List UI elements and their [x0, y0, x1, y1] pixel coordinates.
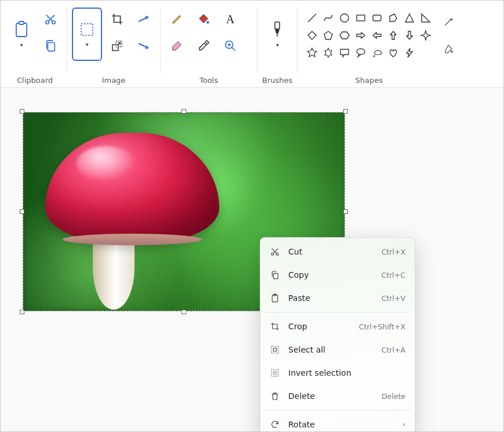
svg-rect-23	[271, 346, 278, 353]
select-all-icon	[270, 345, 280, 354]
group-label-brushes: Brushes	[262, 72, 292, 86]
menu-label: Crop	[288, 322, 307, 331]
svg-point-17	[451, 50, 453, 53]
group-shapes: Shapes	[300, 8, 438, 86]
menu-select-all[interactable]: Select all Ctrl+A	[263, 338, 412, 361]
svg-rect-26	[273, 371, 277, 375]
resize-handle-bm[interactable]	[182, 310, 186, 314]
svg-rect-0	[16, 23, 27, 37]
shape-callout-oval[interactable]	[353, 45, 368, 61]
eraser-tool[interactable]	[165, 34, 188, 57]
resize-handle-tl[interactable]	[20, 109, 24, 114]
group-tools: A Tools	[163, 8, 255, 86]
shape-right-triangle[interactable]	[418, 10, 433, 26]
svg-point-16	[374, 56, 375, 57]
group-image: ▾ Image	[70, 8, 158, 86]
shape-lightning[interactable]	[402, 45, 417, 61]
crop-icon	[270, 322, 280, 331]
shape-diamond[interactable]	[304, 27, 320, 43]
group-label-tools: Tools	[200, 72, 218, 86]
chevron-right-icon: ›	[403, 420, 405, 429]
rotate-button[interactable]	[132, 8, 155, 31]
svg-point-8	[206, 21, 209, 24]
resize-handle-tm[interactable]	[182, 109, 186, 114]
text-tool[interactable]: A	[219, 8, 242, 31]
shape-polygon[interactable]	[386, 10, 401, 26]
menu-shortcut: Ctrl+Shift+X	[359, 322, 405, 331]
group-label-clipboard: Clipboard	[17, 72, 53, 86]
delete-icon	[270, 391, 280, 401]
resize-handle-mr[interactable]	[343, 209, 348, 214]
resize-handle-bl[interactable]	[20, 310, 24, 314]
menu-label: Paste	[288, 293, 310, 303]
shape-curve[interactable]	[321, 10, 336, 26]
menu-label: Invert selection	[288, 368, 351, 377]
shape-callout-rect[interactable]	[337, 45, 352, 61]
shape-arrow-down[interactable]	[402, 27, 417, 43]
shape-triangle[interactable]	[402, 10, 417, 26]
menu-cut[interactable]: Cut Ctrl+X	[263, 240, 412, 263]
svg-point-9	[199, 49, 201, 50]
menu-copy[interactable]: Copy Ctrl+C	[263, 263, 412, 286]
paste-button[interactable]: ▾	[8, 8, 35, 61]
shape-arrow-left[interactable]	[369, 27, 385, 43]
resize-button[interactable]	[106, 34, 129, 57]
shape-fill-button[interactable]	[441, 38, 455, 60]
menu-separator	[265, 410, 410, 411]
svg-rect-24	[273, 348, 276, 351]
brushes-button[interactable]: ▾	[263, 8, 291, 61]
svg-rect-20	[273, 273, 278, 278]
copy-icon	[270, 270, 280, 279]
copy-button[interactable]	[39, 34, 62, 57]
group-label-shapes: Shapes	[356, 72, 383, 86]
shape-heart[interactable]	[386, 45, 401, 61]
shape-roundrect[interactable]	[369, 10, 385, 26]
fill-tool[interactable]	[192, 8, 215, 31]
shape-hexagon[interactable]	[337, 27, 352, 43]
shape-star6[interactable]	[321, 45, 336, 61]
svg-rect-14	[373, 15, 381, 21]
shape-callout-cloud[interactable]	[369, 45, 385, 61]
menu-shortcut: Ctrl+V	[382, 294, 405, 303]
color-picker-tool[interactable]	[192, 34, 215, 57]
menu-rotate[interactable]: Rotate ›	[263, 413, 412, 432]
menu-delete[interactable]: Delete Delete	[263, 384, 412, 408]
menu-label: Delete	[288, 391, 315, 401]
shape-line[interactable]	[304, 10, 320, 26]
shape-pentagon[interactable]	[321, 27, 336, 43]
context-menu: Cut Ctrl+X Copy Ctrl+C Paste Ctrl+V Crop…	[260, 237, 415, 432]
menu-shortcut: Ctrl+X	[382, 248, 405, 256]
shape-oval[interactable]	[337, 10, 352, 26]
resize-handle-tr[interactable]	[343, 109, 348, 114]
shape-star4[interactable]	[418, 27, 433, 43]
cut-icon	[270, 247, 280, 256]
menu-shortcut: Ctrl+A	[382, 346, 405, 354]
menu-paste[interactable]: Paste Ctrl+V	[263, 286, 412, 310]
cut-button[interactable]	[39, 8, 62, 31]
svg-point-15	[357, 49, 365, 55]
shape-rect[interactable]	[353, 10, 368, 26]
svg-rect-4	[48, 43, 55, 52]
paste-icon	[270, 293, 280, 303]
menu-shortcut: Delete	[382, 392, 405, 401]
menu-crop[interactable]: Crop Ctrl+Shift+X	[263, 315, 412, 338]
svg-rect-11	[275, 22, 280, 29]
shape-star5[interactable]	[304, 45, 320, 61]
resize-handle-ml[interactable]	[20, 209, 24, 214]
group-label-image: Image	[102, 72, 126, 86]
shapes-gallery[interactable]	[302, 8, 436, 63]
crop-button[interactable]	[106, 8, 129, 31]
pencil-tool[interactable]	[165, 8, 188, 31]
magnifier-tool[interactable]	[219, 34, 242, 57]
svg-rect-1	[19, 21, 24, 24]
flip-button[interactable]	[132, 34, 155, 57]
svg-rect-13	[357, 15, 365, 21]
rotate-icon	[270, 420, 280, 429]
menu-invert-selection[interactable]: Invert selection	[263, 361, 412, 384]
shape-arrow-right[interactable]	[353, 27, 368, 43]
shape-arrow-up[interactable]	[386, 27, 401, 43]
shape-outline-button[interactable]	[441, 11, 455, 33]
group-clipboard: ▾ Clipboard	[5, 8, 64, 86]
select-button[interactable]: ▾	[72, 8, 102, 61]
invert-selection-icon	[270, 368, 280, 377]
